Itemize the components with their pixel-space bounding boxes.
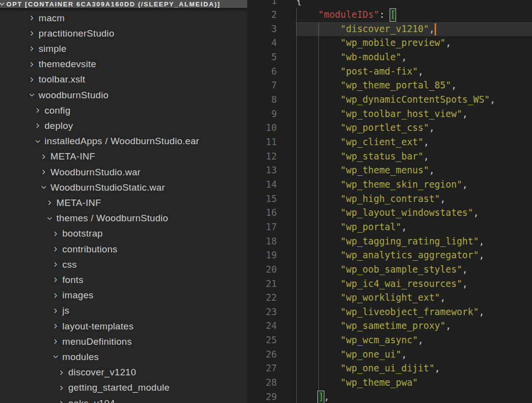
tree-item-bootstrap[interactable]: bootstrap [0,226,247,242]
tree-item-meta-inf[interactable]: META-INF [0,149,247,164]
line-number: 4 [247,36,277,50]
chevron-down-icon [40,184,47,191]
tree-item-label: layout-templates [62,321,133,332]
tree-item-oaks-v104[interactable]: oaks_v104 [0,396,247,403]
json-string-token: "wp_client_ext" [341,137,424,147]
tree-item-getting-started-module[interactable]: getting_started_module [0,380,247,396]
line-number: 25 [247,333,277,348]
punctuation-token: , [462,279,468,289]
tree-item-fonts[interactable]: fonts [0,272,247,287]
punctuation-token [296,94,341,105]
tree-item-layout-templates[interactable]: layout-templates [0,319,247,334]
tree-item-label: WoodburnStudioStatic.war [50,182,165,193]
punctuation-token: , [423,137,429,147]
tree-item-woodburnstudiostatic-war[interactable]: WoodburnStudioStatic.war [0,180,247,195]
punctuation-token: , [418,66,423,77]
json-string-token: "discover_v1210" [341,24,429,34]
bracket-match-highlight-open [390,8,397,22]
punctuation-token [296,250,341,260]
tree-item-woodburnstudio[interactable]: woodburnStudio [0,87,247,103]
json-key-token: "moduleIDs" [318,9,379,20]
punctuation-token: , [324,392,329,402]
chevron-right-icon [28,76,36,83]
tree-item-images[interactable]: images [0,288,247,303]
chevron-right-icon [58,369,65,376]
explorer-section-header[interactable]: OPT [CONTAINER 6CA309A160DD (/SLEEPY_ALM… [0,0,247,8]
punctuation-token [296,66,341,77]
code-line-15: "wp_high_contrast", [296,192,532,206]
json-string-token: "wp_dynamicContentSpots_WS" [341,94,490,105]
tree-item-config[interactable]: config [0,103,247,118]
code-line-12: "wp_status_bar", [296,150,532,164]
tree-item-discover-v1210[interactable]: discover_v1210 [0,365,247,380]
line-number: 5 [247,50,277,65]
tree-item-label: modules [62,352,99,363]
chevron-down-icon [0,0,5,7]
punctuation-token [296,194,341,204]
tree-item-macm[interactable]: macm [0,10,247,26]
bracket-match-highlight-close [317,391,324,403]
punctuation-token: , [479,307,484,317]
code-line-20: "wp_oob_sample_styles", [296,263,532,277]
tree-item-simple[interactable]: simple [0,41,247,56]
tree-item-contributions[interactable]: contributions [0,242,247,257]
line-number: 26 [247,348,277,362]
code-line-28: "wp_theme_pwa" [296,376,532,390]
json-string-token: "wb-module" [341,52,401,62]
json-string-token: "wp_theme_menus" [341,165,429,175]
punctuation-token [296,165,341,175]
code-line-4: "wp_mobile_preview", [296,36,532,50]
json-string-token: "wp_wcm_async" [341,335,418,345]
chevron-right-icon [28,45,36,52]
punctuation-token [296,264,341,275]
tree-item-label: themes / WoodburnStudio [56,213,168,224]
punctuation-token: { [296,0,302,6]
tree-item-themedevsite[interactable]: themedevsite [0,57,247,72]
tree-item-woodburnstudio-war[interactable]: WoodburnStudio.war [0,164,247,180]
chevron-down-icon [28,91,36,99]
punctuation-token: , [401,222,407,232]
punctuation-token [296,122,341,133]
tree-item-label: discover_v1210 [68,367,136,378]
tree-item-meta-inf[interactable]: META-INF [0,195,247,210]
line-number: 24 [247,319,277,333]
tree-item-css[interactable]: css [0,257,247,272]
punctuation-token [296,137,341,147]
tree-item-installedapps-woodburnstudio-ear[interactable]: installedApps / WoodburnStudio.ear [0,134,247,149]
text-cursor [435,23,436,36]
punctuation-token: , [479,250,484,260]
tree-item-label: macm [39,13,65,24]
tree-item-menudefinitions[interactable]: menuDefinitions [0,334,247,349]
line-number: 2 [247,8,277,22]
line-number: 3 [247,22,277,37]
tree-item-label: config [44,105,71,116]
punctuation-token [296,377,341,388]
tree-item-label: themedevsite [39,59,96,70]
code-line-23: "wp_liveobject_framework", [296,305,532,320]
tree-item-label: woodburnStudio [39,90,109,101]
code-line-29: ], [296,390,532,403]
punctuation-token: , [423,151,429,161]
tree-item-js[interactable]: js [0,303,247,319]
punctuation-token [296,236,341,246]
code-line-27: "wp_one_ui_dijit", [296,362,532,376]
json-string-token: "wp_analytics_aggregator" [341,250,479,260]
punctuation-token: , [473,207,479,218]
tree-item-toolbar-xslt[interactable]: toolbar.xslt [0,72,247,87]
tree-item-practitionerstudio[interactable]: practitionerStudio [0,26,247,41]
editor-pane[interactable]: 1234567891011121314151617181920212223242… [247,0,532,403]
punctuation-token: , [451,80,456,90]
line-number: 22 [247,291,277,305]
chevron-right-icon [52,276,59,283]
punctuation-token: , [462,109,468,119]
tree-item-deploy[interactable]: deploy [0,118,247,133]
chevron-right-icon [34,122,42,129]
tree-item-modules[interactable]: modules [0,349,247,364]
chevron-right-icon [52,261,59,268]
punctuation-token: , [445,38,451,48]
punctuation-token: , [429,122,435,133]
punctuation-token [296,363,341,373]
tree-item-label: practitionerStudio [39,28,114,39]
tree-item-themes-woodburnstudio[interactable]: themes / WoodburnStudio [0,211,247,226]
chevron-right-icon [52,338,59,345]
